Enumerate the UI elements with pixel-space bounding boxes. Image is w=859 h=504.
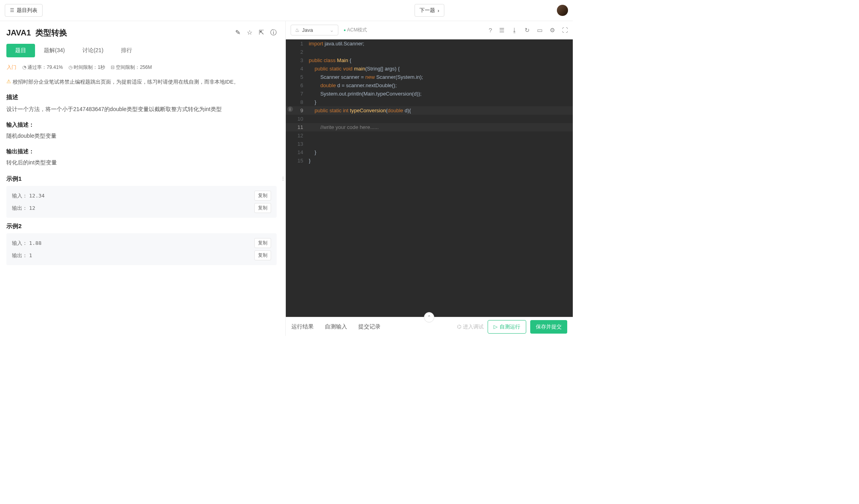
mode-indicator: ACM模式 — [344, 27, 367, 33]
share-icon[interactable]: ⇱ — [259, 29, 264, 37]
chevron-right-icon: › — [437, 8, 439, 14]
code-line[interactable]: 4 public static void main(String[] args)… — [286, 64, 573, 73]
code-line[interactable]: 9i public static int typeConversion(doub… — [286, 106, 573, 115]
editor-panel: ♨ Java ⌄ ACM模式 ? ☰ ⭳ ↻ ▭ ⚙ ⛶ — [285, 21, 573, 336]
next-problem-button[interactable]: 下一题 › — [414, 4, 444, 17]
collapse-toggle[interactable]: ⌃ — [424, 312, 434, 322]
code-line[interactable]: 5 Scanner scanner = new Scanner(System.i… — [286, 73, 573, 81]
copy-button[interactable]: 复制 — [254, 203, 271, 213]
pass-rate: ◔ 通过率：79.41% — [22, 64, 63, 71]
tab-problem[interactable]: 题目 — [6, 44, 35, 57]
top-bar: ☰ 题目列表 下一题 › — [0, 0, 573, 21]
play-icon: ▷ — [494, 324, 498, 330]
help-icon[interactable]: ? — [489, 27, 492, 34]
code-line[interactable]: 15} — [286, 156, 573, 165]
problem-title: JAVA1 类型转换 — [6, 27, 67, 38]
language-selector[interactable]: ♨ Java ⌄ — [291, 25, 338, 35]
main-split: JAVA1 类型转换 ✎ ☆ ⇱ ⓘ 题目 题解(34) 讨论(21) 排行 — [0, 21, 573, 336]
output-desc-heading: 输出描述： — [6, 148, 277, 155]
notes-icon[interactable]: ☰ — [499, 27, 504, 34]
warning-text: 校招时部分企业笔试将禁止编程题跳出页面，为提前适应，练习时请使用在线自测，而非本… — [13, 78, 239, 86]
settings-icon[interactable]: ⚙ — [550, 27, 555, 34]
description-text: 设计一个方法，将一个小于2147483647的double类型变量以截断取整方式… — [6, 104, 277, 114]
problem-panel: JAVA1 类型转换 ✎ ☆ ⇱ ⓘ 题目 题解(34) 讨论(21) 排行 — [0, 21, 283, 336]
fullscreen-icon[interactable]: ⛶ — [562, 27, 568, 34]
list-icon: ☰ — [10, 8, 14, 13]
code-line[interactable]: 8 } — [286, 98, 573, 106]
code-line[interactable]: 10 — [286, 115, 573, 123]
info-icon[interactable]: ⓘ — [270, 29, 277, 37]
chevron-down-icon: ⌄ — [330, 27, 334, 33]
code-line[interactable]: 2 — [286, 48, 573, 56]
editor-bottom-bar: ⌃ 运行结果 自测输入 提交记录 ⌬进入调试 ▷自测运行 保存并提交 — [286, 317, 573, 336]
example2-input: 1.88 — [29, 240, 41, 246]
tab-rank[interactable]: 排行 — [112, 44, 141, 57]
time-limit: ◷ 时间限制：1秒 — [68, 64, 105, 71]
example1-heading: 示例1 — [6, 175, 277, 183]
warning-banner: ⚠ 校招时部分企业笔试将禁止编程题跳出页面，为提前适应，练习时请使用在线自测，而… — [6, 78, 277, 86]
example2-block: 输入：1.88 复制 输出：1 复制 — [6, 233, 277, 265]
tab-run-result[interactable]: 运行结果 — [291, 323, 314, 330]
star-icon[interactable]: ☆ — [247, 29, 252, 37]
input-desc-heading: 输入描述： — [6, 121, 277, 129]
self-run-button[interactable]: ▷自测运行 — [488, 320, 526, 334]
code-line[interactable]: 3public class Main { — [286, 56, 573, 64]
copy-button[interactable]: 复制 — [254, 191, 271, 201]
avatar[interactable] — [557, 5, 568, 16]
title-actions: ✎ ☆ ⇱ ⓘ — [235, 29, 277, 37]
language-label: Java — [302, 27, 313, 33]
tab-discuss[interactable]: 讨论(21) — [74, 44, 112, 57]
bug-icon: ⌬ — [457, 324, 461, 330]
difficulty-tag: 入门 — [6, 64, 17, 71]
save-submit-button[interactable]: 保存并提交 — [530, 320, 567, 334]
refresh-icon[interactable]: ↻ — [525, 27, 530, 34]
code-line[interactable]: 14 } — [286, 148, 573, 156]
code-line[interactable]: 7 System.out.println(Main.typeConversion… — [286, 90, 573, 98]
tab-solution[interactable]: 题解(34) — [35, 44, 74, 57]
code-line[interactable]: 6 double d = scanner.nextDouble(); — [286, 81, 573, 90]
warning-icon: ⚠ — [6, 78, 11, 86]
lightbulb-icon[interactable]: i — [287, 106, 293, 112]
java-icon: ♨ — [295, 27, 300, 33]
code-line[interactable]: 11 //write your code here...... — [286, 123, 573, 131]
description-heading: 描述 — [6, 94, 277, 101]
layout-icon[interactable]: ▭ — [537, 27, 543, 34]
copy-button[interactable]: 复制 — [254, 250, 271, 260]
code-line[interactable]: 12 — [286, 131, 573, 140]
download-icon[interactable]: ⭳ — [511, 27, 517, 34]
problem-tabs: 题目 题解(34) 讨论(21) 排行 — [6, 44, 277, 57]
editor-toolbar: ♨ Java ⌄ ACM模式 ? ☰ ⭳ ↻ ▭ ⚙ ⛶ — [286, 21, 573, 39]
code-editor[interactable]: 1import java.util.Scanner;23public class… — [286, 39, 573, 317]
tab-self-input[interactable]: 自测输入 — [325, 323, 347, 330]
panel-splitter[interactable] — [281, 21, 285, 336]
problem-list-button[interactable]: ☰ 题目列表 — [5, 4, 43, 17]
next-problem-label: 下一题 — [420, 7, 435, 14]
code-line[interactable]: 1import java.util.Scanner; — [286, 39, 573, 48]
problem-meta: 入门 ◔ 通过率：79.41% ◷ 时间限制：1秒 ⊟ 空间限制：256M — [6, 64, 277, 71]
copy-button[interactable]: 复制 — [254, 238, 271, 248]
example2-heading: 示例2 — [6, 223, 277, 230]
problem-list-label: 题目列表 — [17, 7, 37, 14]
code-line[interactable]: 13 — [286, 140, 573, 148]
memory-limit: ⊟ 空间限制：256M — [111, 64, 152, 71]
example2-output: 1 — [29, 252, 32, 258]
debug-button[interactable]: ⌬进入调试 — [457, 323, 484, 330]
input-desc-text: 随机double类型变量 — [6, 131, 277, 141]
example1-input: 12.34 — [29, 193, 45, 199]
tab-submit-record[interactable]: 提交记录 — [358, 323, 381, 330]
example1-output: 12 — [29, 205, 35, 211]
output-desc-text: 转化后的int类型变量 — [6, 158, 277, 168]
edit-icon[interactable]: ✎ — [235, 29, 240, 37]
example1-block: 输入：12.34 复制 输出：12 复制 — [6, 186, 277, 218]
